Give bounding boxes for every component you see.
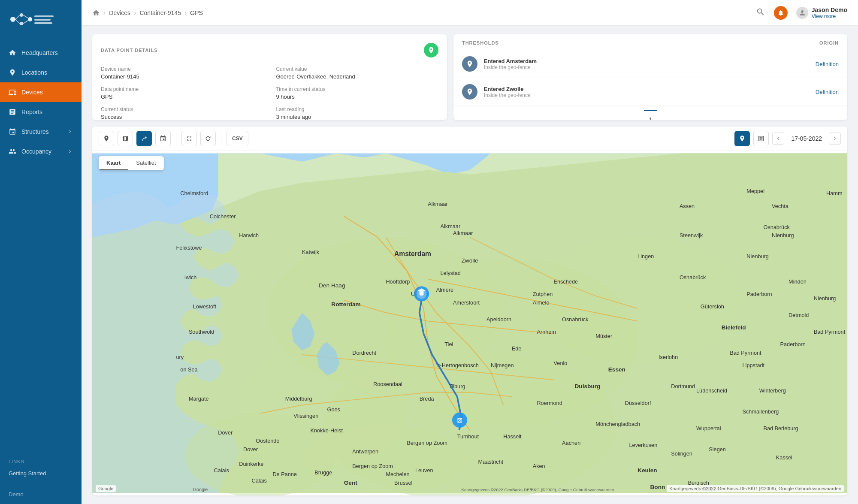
getting-started-link[interactable]: Getting Started: [9, 468, 73, 478]
svg-text:Hasselt: Hasselt: [503, 433, 522, 440]
svg-text:Roosendaal: Roosendaal: [373, 381, 402, 387]
sidebar-item-reports[interactable]: Reports: [0, 102, 82, 122]
map-section: CSV: [92, 127, 847, 495]
content-area: DATA POINT DETAILS Device name Container…: [82, 26, 858, 504]
home-breadcrumb-icon: [92, 9, 100, 17]
tool-wave-button[interactable]: [155, 131, 171, 146]
date-next-button[interactable]: [829, 133, 841, 145]
svg-text:Calais: Calais: [252, 477, 267, 484]
tool-route-button[interactable]: [136, 131, 152, 146]
svg-text:Dover: Dover: [218, 429, 233, 436]
tool-map-pin-view-button[interactable]: [734, 131, 750, 146]
svg-text:Bad Berleburg: Bad Berleburg: [763, 425, 798, 432]
device-name-value: Container-9145: [101, 73, 263, 80]
map-container[interactable]: Kaart Satelliet: [92, 151, 847, 495]
date-prev-button[interactable]: [772, 133, 784, 145]
svg-text:Lowestoft: Lowestoft: [193, 303, 217, 310]
svg-text:Amersfoort: Amersfoort: [453, 299, 480, 306]
breadcrumb-devices[interactable]: Devices: [109, 9, 130, 16]
svg-text:Maastricht: Maastricht: [478, 459, 504, 465]
svg-text:Mechelen: Mechelen: [386, 471, 409, 477]
toolbar-separator-1: [176, 132, 176, 145]
svg-text:Duisburg: Duisburg: [574, 383, 600, 389]
breadcrumb-gps[interactable]: GPS: [190, 9, 203, 16]
svg-text:Winterberg: Winterberg: [759, 387, 786, 394]
sidebar-item-devices[interactable]: Devices: [0, 82, 82, 102]
user-menu[interactable]: Jason Demo View more: [796, 6, 847, 19]
svg-text:Tiel: Tiel: [444, 341, 453, 347]
svg-text:Bielefeld: Bielefeld: [722, 324, 746, 331]
field-time-in-status: Time in current status 9 hours: [276, 86, 438, 100]
bell-icon: [777, 9, 784, 16]
csv-export-button[interactable]: CSV: [227, 131, 248, 146]
svg-text:Brugge: Brugge: [314, 469, 332, 476]
svg-text:Lingen: Lingen: [637, 253, 654, 260]
svg-text:Rotterdam: Rotterdam: [331, 301, 360, 308]
svg-line-6: [23, 15, 28, 18]
person-icon: [798, 9, 806, 17]
data-card-title: DATA POINT DETAILS: [101, 48, 157, 53]
sidebar-item-label: Structures: [21, 128, 49, 135]
breadcrumb-devices-label: Devices: [109, 9, 130, 16]
tool-pin-alt-button[interactable]: [118, 131, 133, 146]
field-device-name: Device name Container-9145: [101, 66, 263, 80]
threshold-icon-amsterdam: [462, 56, 477, 72]
svg-text:Hooftdorp: Hooftdorp: [386, 278, 410, 285]
threshold-origin-amsterdam[interactable]: Definition: [816, 61, 839, 67]
sidebar-item-label: Occupancy: [21, 148, 51, 155]
svg-text:Keulen: Keulen: [637, 467, 657, 474]
breadcrumb-home[interactable]: [92, 9, 100, 17]
svg-text:on Sea: on Sea: [180, 366, 198, 373]
threshold-icon-zwolle: [462, 84, 477, 100]
home-icon: [9, 49, 16, 57]
tool-table-view-button[interactable]: [753, 131, 769, 146]
occupancy-icon: [9, 148, 16, 155]
tool-expand-button[interactable]: [181, 131, 197, 146]
notification-button[interactable]: [774, 6, 788, 20]
field-current-value: Current value Goeree-Overflakkee, Nederl…: [276, 66, 438, 80]
expand-icon: [186, 135, 193, 142]
svg-text:Amsterdam: Amsterdam: [394, 250, 431, 257]
svg-text:Siegen: Siegen: [709, 446, 726, 453]
logo-icon: [6, 9, 58, 30]
threshold-row-amsterdam: Entered Amsterdam Inside the geo-fence D…: [453, 50, 847, 78]
current-status-label: Current status: [101, 106, 263, 112]
field-current-status: Current status Success: [101, 106, 263, 120]
svg-text:Knokke-Heist: Knokke-Heist: [310, 427, 343, 434]
sidebar-item-locations[interactable]: Locations: [0, 63, 82, 82]
map-pin-1: ⊕: [414, 286, 429, 301]
svg-rect-9: [34, 19, 51, 21]
links-label: LINKS: [9, 459, 73, 464]
svg-text:Kassel: Kassel: [776, 454, 792, 461]
svg-rect-10: [34, 22, 52, 24]
search-icon: [756, 7, 765, 17]
demo-label: Demo: [0, 485, 82, 504]
thresholds-header: THRESHOLDS ORIGIN: [453, 34, 847, 50]
svg-point-3: [28, 17, 32, 21]
map-tab-kaart[interactable]: Kaart: [99, 156, 128, 170]
svg-text:Alkmaar: Alkmaar: [441, 223, 461, 229]
svg-text:Lippstadt: Lippstadt: [743, 362, 765, 368]
map-tab-satelliet[interactable]: Satelliet: [128, 156, 163, 170]
svg-text:Calais: Calais: [214, 467, 229, 474]
svg-text:Wuppertal: Wuppertal: [696, 425, 721, 432]
current-value-label: Current value: [276, 66, 438, 72]
breadcrumb-sep-2: ›: [134, 9, 136, 17]
svg-text:Kaartgegevens ©2022 GeoBasis-D: Kaartgegevens ©2022 GeoBasis-DE/BKG (©20…: [461, 487, 614, 492]
map-toolbar: CSV: [92, 127, 847, 151]
search-button[interactable]: [756, 7, 765, 18]
svg-text:Leuven: Leuven: [415, 467, 433, 474]
sidebar-item-structures[interactable]: Structures: [0, 122, 82, 142]
sidebar-item-occupancy[interactable]: Occupancy: [0, 142, 82, 161]
svg-text:Zwolle: Zwolle: [461, 257, 478, 264]
svg-text:Iserlohn: Iserlohn: [659, 354, 678, 360]
svg-text:Schmallenberg: Schmallenberg: [743, 408, 779, 415]
datapoint-name-label: Data point name: [101, 86, 263, 92]
view-more-link[interactable]: View more: [812, 13, 847, 19]
toolbar-separator-2: [221, 132, 221, 145]
threshold-origin-zwolle[interactable]: Definition: [816, 89, 839, 95]
breadcrumb-container[interactable]: Container-9145: [139, 9, 181, 16]
tool-pin-button[interactable]: [99, 131, 114, 146]
sidebar-item-headquarters[interactable]: Headquarters: [0, 43, 82, 63]
tool-refresh-button[interactable]: [200, 131, 216, 146]
